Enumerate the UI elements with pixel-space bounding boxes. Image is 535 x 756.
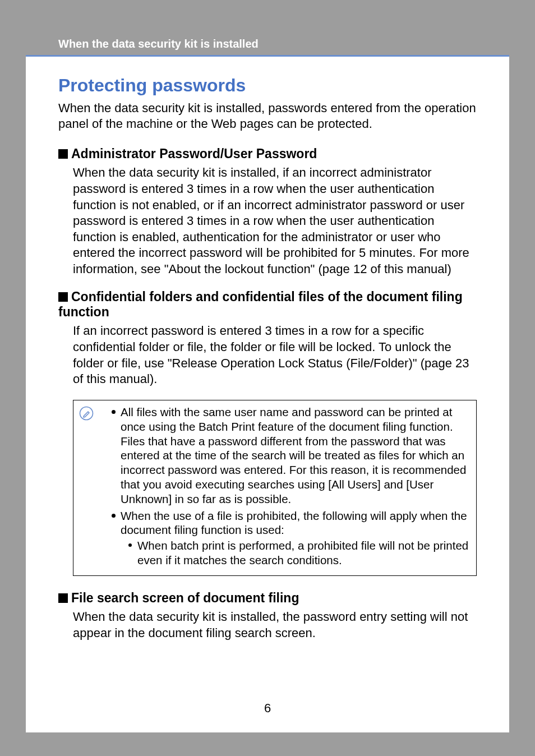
note-list-item: All files with the same user name and pa… bbox=[112, 405, 471, 506]
square-bullet-icon bbox=[58, 292, 68, 302]
note-list: All files with the same user name and pa… bbox=[112, 405, 471, 568]
content-area: Protecting passwords When the data secur… bbox=[58, 68, 477, 653]
intro-paragraph: When the data security kit is installed,… bbox=[58, 100, 477, 132]
document-page: When the data security kit is installed … bbox=[26, 24, 509, 732]
section-heading-text: File search screen of document filing bbox=[71, 591, 299, 605]
section-heading-admin-password: Administrator Password/User Password bbox=[58, 146, 477, 162]
note-list-item-text: When the use of a file is prohibited, th… bbox=[121, 509, 467, 537]
page-number: 6 bbox=[26, 701, 509, 716]
section-body-confidential: If an incorrect password is entered 3 ti… bbox=[73, 323, 477, 387]
section-heading-file-search: File search screen of document filing bbox=[58, 591, 477, 606]
square-bullet-icon bbox=[58, 593, 68, 603]
note-box: All files with the same user name and pa… bbox=[73, 400, 477, 576]
note-sublist-item: When batch print is performed, a prohibi… bbox=[128, 538, 471, 568]
section-heading-text: Administrator Password/User Password bbox=[71, 146, 317, 161]
note-pencil-icon bbox=[79, 406, 94, 423]
section-heading-text: Confidential folders and confidential fi… bbox=[58, 289, 463, 319]
square-bullet-icon bbox=[58, 149, 68, 159]
section-heading-confidential: Confidential folders and confidential fi… bbox=[58, 289, 477, 320]
section-body-admin-password: When the data security kit is installed,… bbox=[73, 165, 477, 277]
note-list-item: When the use of a file is prohibited, th… bbox=[112, 509, 471, 568]
running-header: When the data security kit is installed bbox=[26, 24, 509, 55]
header-divider bbox=[26, 55, 509, 57]
note-sublist: When batch print is performed, a prohibi… bbox=[128, 538, 471, 568]
section-body-file-search: When the data security kit is installed,… bbox=[73, 609, 477, 641]
page-title: Protecting passwords bbox=[58, 75, 477, 96]
